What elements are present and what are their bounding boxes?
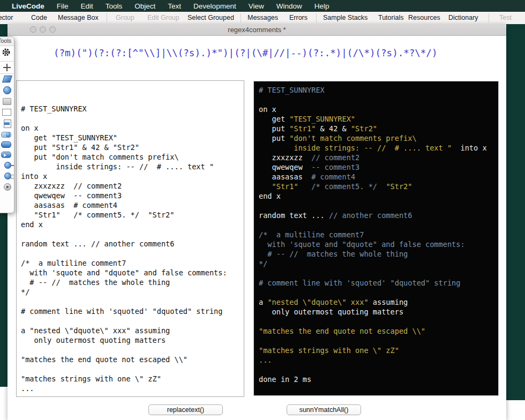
toolbar-separator: [241, 13, 241, 22]
window-title: regex4comments *: [8, 26, 506, 34]
code-line: with 'squote and "dquote" and false comm…: [259, 239, 493, 249]
toolbar-resources[interactable]: Resources: [408, 14, 440, 21]
player-tool-icon[interactable]: [4, 183, 11, 191]
menu-view[interactable]: View: [249, 2, 264, 10]
code-line: [259, 201, 493, 211]
scrollbar-tool-icon[interactable]: [4, 119, 11, 128]
code-line: [259, 365, 493, 374]
toolbar-sample-stacks[interactable]: Sample Stacks: [323, 14, 368, 21]
menu-text[interactable]: Text: [168, 2, 181, 10]
menu-help[interactable]: Help: [314, 2, 329, 10]
knob-tool-icon[interactable]: [4, 162, 11, 169]
code-line: [259, 268, 493, 278]
toolbar-group: Group: [116, 14, 134, 21]
stack-window: regex4comments * (?m)(")(?:(?:[^"\\]|\\(…: [8, 24, 506, 420]
slider-tool-icon[interactable]: [1, 132, 11, 138]
menu-development[interactable]: Development: [193, 2, 236, 10]
source-text: # TEST_SUNNYREX on x get "TEST_SUNNYREX"…: [21, 104, 239, 393]
code-line: [259, 336, 493, 346]
code-line: "matches strings with one \" zZ": [259, 346, 493, 355]
code-line: # TEST_SUNNYREX: [259, 85, 493, 95]
code-line: inside strings: -- // # .... text " into…: [259, 143, 493, 153]
code-line: put "Str1" & 42 & "Str2": [259, 124, 493, 133]
toolbar-inspector[interactable]: Inspector: [0, 14, 13, 21]
code-line: "matches the end quote not escaped \\": [259, 326, 493, 336]
code-line: /* a multiline comment7: [259, 230, 493, 239]
toolbar-code[interactable]: Code: [31, 14, 47, 21]
toolbar-dictionary[interactable]: Dictionary: [448, 14, 478, 21]
menu-livecode[interactable]: LiveCode: [12, 2, 44, 10]
option-button-tool-icon[interactable]: [1, 152, 11, 158]
code-line: ...: [259, 355, 493, 365]
source-text-panel[interactable]: # TEST_SUNNYREX on x get "TEST_SUNNYREX"…: [16, 80, 244, 397]
code-line: random text ... // another comment6: [259, 211, 493, 220]
field-tool-icon[interactable]: [2, 109, 11, 116]
tools-palette[interactable]: Tools: [0, 36, 14, 213]
main-toolbar: InspectorCodeMessage BoxGroupEdit GroupS…: [0, 12, 525, 25]
move-tool-icon[interactable]: [3, 64, 11, 71]
gear-icon[interactable]: [2, 48, 11, 59]
window-titlebar[interactable]: regex4comments *: [8, 24, 506, 36]
code-line: end x: [259, 191, 493, 201]
edit-tool-icon[interactable]: [2, 76, 12, 82]
palette-divider: [0, 73, 14, 74]
sunnymatchall-button[interactable]: sunnYmatchAll(): [287, 404, 361, 415]
code-line: [259, 95, 493, 104]
code-line: [259, 288, 493, 297]
regex-pattern-field[interactable]: (?m)(")(?:(?:[^"\\]|\\(?s).)*")|(?|(\#|/…: [54, 48, 469, 62]
menu-window[interactable]: Window: [276, 2, 302, 10]
toolbar-tutorials[interactable]: Tutorials: [378, 14, 403, 21]
code-line: */: [259, 259, 493, 268]
menu-object[interactable]: Object: [134, 2, 155, 10]
code-line: zxxzxzz // comment2: [259, 153, 493, 162]
menu-tools[interactable]: Tools: [106, 2, 123, 10]
result-text-panel[interactable]: # TEST_SUNNYREX on x get "TEST_SUNNYREX"…: [253, 81, 499, 396]
code-line: put "don't match comments prefix\: [259, 133, 493, 143]
code-line: [259, 220, 493, 230]
toolbar-select-grouped[interactable]: Select Grouped: [188, 14, 234, 21]
toolbar-edit-group: Edit Group: [147, 14, 179, 21]
code-line: only outermost quoting matters: [259, 307, 493, 317]
tools-palette-title[interactable]: Tools: [0, 37, 14, 46]
popup-tool-icon[interactable]: [4, 172, 11, 179]
toolbar-separator: [316, 13, 317, 22]
code-line: get "TEST_SUNNYREX": [259, 114, 493, 124]
browse-tool-icon[interactable]: [3, 86, 11, 94]
desktop-background-right: [506, 24, 525, 400]
toolbar-errors[interactable]: Errors: [289, 14, 308, 21]
code-line: "Str1" /* comment5. */ "Str2": [259, 182, 493, 191]
menu-file[interactable]: File: [57, 2, 69, 10]
code-line: done in 2 ms: [259, 374, 493, 384]
code-line: # -- // matches the whole thing: [259, 249, 493, 259]
code-line: a "nested \"dquote\" xxx" assuming: [259, 297, 493, 307]
replacetext-button[interactable]: replacetext(): [148, 404, 223, 415]
palette-divider: [0, 61, 14, 62]
code-line: qwewqew -- comment3: [259, 162, 493, 172]
toolbar-separator: [489, 13, 489, 22]
toolbar-messages[interactable]: Messages: [248, 14, 278, 21]
menubar: LiveCodeFileEditToolsObjectTextDevelopme…: [0, 0, 525, 12]
toolbar-separator: [107, 13, 107, 22]
toolbar-test: Test: [499, 14, 512, 21]
button-tool-icon[interactable]: [1, 141, 11, 148]
code-line: on x: [259, 104, 493, 114]
code-line: # comment line with 'squoted' "dquoted" …: [259, 278, 493, 288]
graphic-tool-icon[interactable]: [3, 98, 11, 105]
code-line: [259, 317, 493, 326]
code-line: aasasas # comment4: [259, 172, 493, 182]
menu-edit[interactable]: Edit: [81, 2, 93, 10]
toolbar-message-box[interactable]: Message Box: [58, 14, 99, 21]
